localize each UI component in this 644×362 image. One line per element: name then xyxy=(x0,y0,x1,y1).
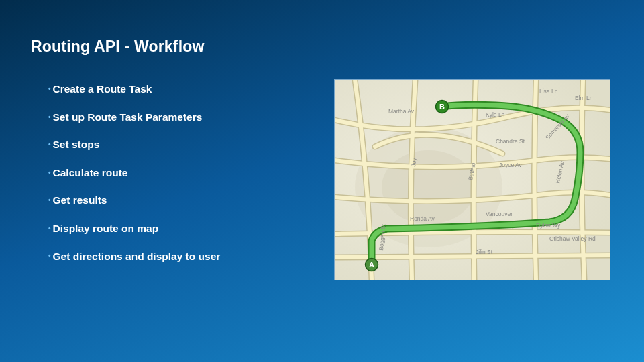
bullet-dot-icon: • xyxy=(48,85,51,93)
map-svg: Jilin St Dylan Wy Helen Av Somerset Av M… xyxy=(335,80,610,280)
route-map-image: Jilin St Dylan Wy Helen Av Somerset Av M… xyxy=(334,79,610,280)
street-label: Otishaw Valley Rd xyxy=(549,235,596,242)
bullet-text: Get directions and display to user xyxy=(53,251,221,262)
bullet-text: Set up Route Task Parameters xyxy=(53,111,203,123)
bullet-dot-icon: • xyxy=(48,196,51,204)
bullet-text: Display route on map xyxy=(53,223,159,234)
slide-title: Routing API - Workflow xyxy=(31,38,205,56)
street-label: Ronda Av xyxy=(410,215,435,222)
street-label: Martha Av xyxy=(388,108,415,115)
bullet-text: Get results xyxy=(53,194,107,206)
street-label: Chandra St xyxy=(496,138,525,145)
svg-point-2 xyxy=(382,150,476,224)
street-label: Lisa Ln xyxy=(539,88,558,95)
bullet-dot-icon: • xyxy=(48,141,51,148)
bullet-text: Calculate route xyxy=(53,167,128,178)
marker-b-label: B xyxy=(439,103,445,111)
bullet-item: •Get directions and display to user xyxy=(48,251,330,263)
street-label: Joy xyxy=(410,157,418,167)
bullet-item: •Create a Route Task xyxy=(48,83,330,96)
bullet-item: •Calculate route xyxy=(48,167,330,180)
bullet-dot-icon: • xyxy=(48,169,51,176)
marker-a-label: A xyxy=(369,261,374,269)
bullet-item: •Set up Route Task Parameters xyxy=(48,111,330,124)
street-label: Kyle Ln xyxy=(486,111,505,118)
street-label: Joyce Av xyxy=(499,162,523,168)
bullet-item: •Get results xyxy=(48,194,330,207)
street-label: Vancouver xyxy=(486,210,513,217)
street-label: Jilin St xyxy=(476,249,493,255)
bullet-item: •Set stops xyxy=(48,139,330,152)
bullet-dot-icon: • xyxy=(48,252,51,259)
bullet-text: Create a Route Task xyxy=(53,83,152,95)
slide: Routing API - Workflow •Create a Route T… xyxy=(0,0,644,362)
bullet-dot-icon: • xyxy=(48,225,51,232)
bullet-list: •Create a Route Task •Set up Route Task … xyxy=(48,83,330,278)
bullet-dot-icon: • xyxy=(48,113,51,121)
marker-b-icon: B xyxy=(436,101,449,113)
street-label: Dylan Wy xyxy=(536,222,561,229)
marker-a-icon: A xyxy=(366,259,378,272)
street-label: Elm Ln xyxy=(575,95,593,101)
bullet-text: Set stops xyxy=(53,139,100,150)
bullet-item: •Display route on map xyxy=(48,223,330,235)
